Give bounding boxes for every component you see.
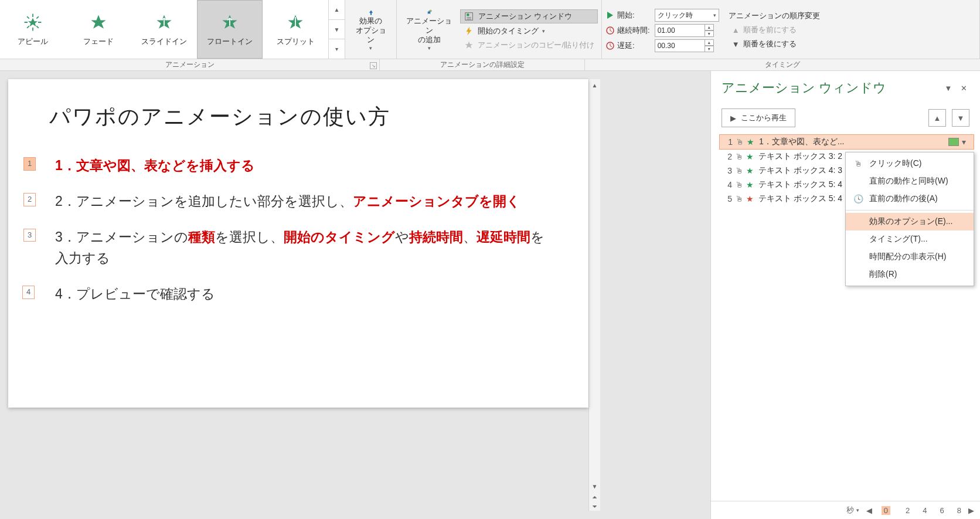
gallery-item-label: スプリット bbox=[277, 36, 315, 47]
item-menu-icon[interactable]: ▾ bbox=[962, 137, 971, 147]
ctx-item[interactable]: 削除(R) bbox=[846, 266, 974, 283]
ctx-label: 削除(R) bbox=[869, 269, 897, 280]
star-icon: ★ bbox=[746, 180, 756, 189]
star-icon: ★ bbox=[746, 166, 756, 175]
duration-up[interactable]: ▲ bbox=[705, 24, 714, 30]
play-from-here-button[interactable]: ▶ここから再生 bbox=[722, 108, 795, 127]
seconds-label: 秒 bbox=[846, 505, 854, 515]
ctx-item[interactable]: 時間配分の非表示(H) bbox=[846, 248, 974, 266]
duration-value: 01.00 bbox=[658, 26, 675, 35]
mouse-icon: 🖱 bbox=[736, 137, 744, 147]
slide-area: パワポのアニメーションの使い方 1 1．文章や図、表などを挿入する 2 2．アニ… bbox=[0, 71, 710, 519]
animation-list: 1🖱★1．文章や図、表など...▾2🖱★テキスト ボックス 3: 23🖱★テキス… bbox=[711, 134, 980, 501]
gallery-item-label: アピール bbox=[18, 36, 48, 47]
anim-item-label: 1．文章や図、表など... bbox=[759, 137, 945, 147]
star-icon: ★ bbox=[746, 194, 756, 203]
ctx-item[interactable]: 直前の動作と同時(W) bbox=[846, 172, 974, 190]
slide-scrollbar: ▲ ▼ ⏶ ⏷ bbox=[588, 79, 600, 511]
anim-tag-1[interactable]: 1 bbox=[23, 157, 36, 171]
gallery-item-label: フロートイン bbox=[207, 36, 253, 47]
delay-input[interactable]: 00.30 bbox=[655, 39, 705, 52]
slide-title: パワポのアニメーションの使い方 bbox=[49, 103, 547, 131]
animation-painter-label: アニメーションのコピー/貼り付け bbox=[478, 40, 594, 50]
anim-item-1[interactable]: 1🖱★1．文章や図、表など...▾ bbox=[719, 134, 974, 150]
order-back-label: 順番を後にする bbox=[743, 39, 797, 49]
anim-tag-2[interactable]: 2 bbox=[23, 193, 36, 206]
timeline-tick: 2 bbox=[906, 506, 910, 515]
bullet-1: 1 1．文章や図、表などを挿入する bbox=[49, 155, 547, 177]
duration-input[interactable]: 01.00 bbox=[655, 24, 705, 37]
star-icon: ★ bbox=[746, 152, 756, 161]
context-menu: 🖱クリック時(C)直前の動作と同時(W)🕓直前の動作の後(A)効果のオプション(… bbox=[845, 152, 974, 286]
ctx-item[interactable]: 🖱クリック時(C) bbox=[846, 155, 974, 172]
order-back-button[interactable]: ▼順番を後にする bbox=[729, 38, 820, 50]
animation-pane: アニメーション ウィンドウ ▼ ✕ ▶ここから再生 ▲ ▼ 1🖱★1．文章や図、… bbox=[710, 71, 980, 519]
arrow-up-icon bbox=[361, 9, 381, 15]
ctx-label: 直前の動作の後(A) bbox=[869, 194, 938, 204]
scroll-down[interactable]: ▼ bbox=[589, 480, 600, 492]
slide-canvas[interactable]: パワポのアニメーションの使い方 1 1．文章や図、表などを挿入する 2 2．アニ… bbox=[8, 79, 588, 408]
mouse-icon: 🖱 bbox=[735, 180, 743, 189]
order-title: アニメーションの順序変更 bbox=[729, 11, 820, 21]
ctx-label: タイミング(T)... bbox=[869, 234, 928, 245]
ribbon: アピールフェードスライドインフロートインスプリット ▲ ▼ ▾ 効果の オプショ… bbox=[0, 0, 980, 59]
group-labels: アニメーション ↘ アニメーションの詳細設定 タイミング bbox=[0, 59, 980, 71]
timing-group: 開始: クリック時▾ アニメーションの順序変更 ▲順番を前にする ▼順番を後にす… bbox=[602, 0, 980, 59]
timeline-left[interactable]: ◀ bbox=[866, 506, 872, 515]
group-label-detail: アニメーションの詳細設定 bbox=[380, 59, 585, 70]
ctx-icon: 🕓 bbox=[853, 194, 863, 203]
ctx-item[interactable]: タイミング(T)... bbox=[846, 230, 974, 248]
start-combo[interactable]: クリック時▾ bbox=[655, 9, 719, 22]
ctx-item[interactable]: 🕓直前の動作の後(A) bbox=[846, 190, 974, 208]
start-timing-button[interactable]: 開始のタイミング ▾ bbox=[460, 25, 598, 38]
anim-tag-4[interactable]: 4 bbox=[22, 286, 35, 299]
timeline-tick: 0 bbox=[882, 506, 890, 515]
animation-window-button[interactable]: アニメーション ウィンドウ bbox=[460, 9, 598, 23]
move-up-button[interactable]: ▲ bbox=[928, 109, 946, 127]
clock-delay-icon bbox=[605, 41, 615, 50]
anim-tag-3[interactable]: 3 bbox=[23, 229, 36, 242]
delay-up[interactable]: ▲ bbox=[705, 39, 714, 46]
gallery-scroll-down[interactable]: ▼ bbox=[329, 20, 345, 40]
gallery-more[interactable]: ▾ bbox=[329, 39, 345, 59]
duration-down[interactable]: ▼ bbox=[705, 30, 714, 37]
mouse-icon: 🖱 bbox=[735, 152, 743, 161]
pane-title: アニメーション ウィンドウ bbox=[722, 79, 886, 97]
gallery-item-0[interactable]: アピール bbox=[0, 0, 66, 59]
start-value: クリック時 bbox=[658, 11, 693, 21]
timeline-right[interactable]: ▶ bbox=[968, 506, 974, 515]
start-timing-label: 開始のタイミング bbox=[478, 26, 539, 36]
effect-options-button[interactable]: 効果の オプション ▾ bbox=[349, 7, 393, 54]
animation-dialog-launcher[interactable]: ↘ bbox=[370, 62, 377, 69]
prev-slide[interactable]: ⏶ bbox=[589, 492, 600, 501]
ctx-item[interactable]: 効果のオプション(E)... bbox=[846, 213, 974, 230]
add-animation-label: アニメーション の追加 bbox=[405, 16, 453, 44]
animation-painter-button[interactable]: アニメーションのコピー/貼り付け bbox=[460, 39, 598, 52]
group-label-timing: タイミング bbox=[585, 59, 980, 70]
gallery-item-1[interactable]: フェード bbox=[66, 0, 131, 59]
scroll-up[interactable]: ▲ bbox=[589, 79, 600, 91]
pane-options[interactable]: ▼ bbox=[942, 82, 954, 94]
ctx-icon: 🖱 bbox=[853, 159, 863, 168]
gallery-item-2[interactable]: スライドイン bbox=[131, 0, 197, 59]
star-icon: ★ bbox=[747, 137, 756, 147]
order-forward-button[interactable]: ▲順番を前にする bbox=[729, 23, 820, 36]
add-animation-button[interactable]: アニメーション の追加 ▾ bbox=[400, 7, 458, 54]
pane-close[interactable]: ✕ bbox=[958, 82, 969, 94]
animation-window-label: アニメーション ウィンドウ bbox=[478, 11, 572, 22]
pane-footer: 秒▾ ◀ 02468 ▶ bbox=[711, 501, 980, 519]
gallery-item-label: スライドイン bbox=[141, 36, 187, 47]
gallery-item-3[interactable]: フロートイン bbox=[197, 0, 263, 59]
pane-icon bbox=[464, 11, 475, 22]
scroll-track[interactable] bbox=[589, 91, 600, 480]
animation-gallery: アピールフェードスライドインフロートインスプリット ▲ ▼ ▾ bbox=[0, 0, 345, 59]
move-down-button[interactable]: ▼ bbox=[952, 109, 969, 127]
bullet-3: 3 3．アニメーションの種類を選択し、開始のタイミングや持続時間、遅延時間を入力… bbox=[49, 226, 547, 270]
play-icon bbox=[605, 11, 615, 20]
delay-down[interactable]: ▼ bbox=[705, 46, 714, 52]
next-slide[interactable]: ⏷ bbox=[589, 501, 600, 511]
ctx-label: 直前の動作と同時(W) bbox=[869, 176, 948, 186]
svg-point-2 bbox=[467, 13, 469, 16]
gallery-scroll-up[interactable]: ▲ bbox=[329, 0, 345, 20]
gallery-item-4[interactable]: スプリット bbox=[263, 0, 328, 59]
